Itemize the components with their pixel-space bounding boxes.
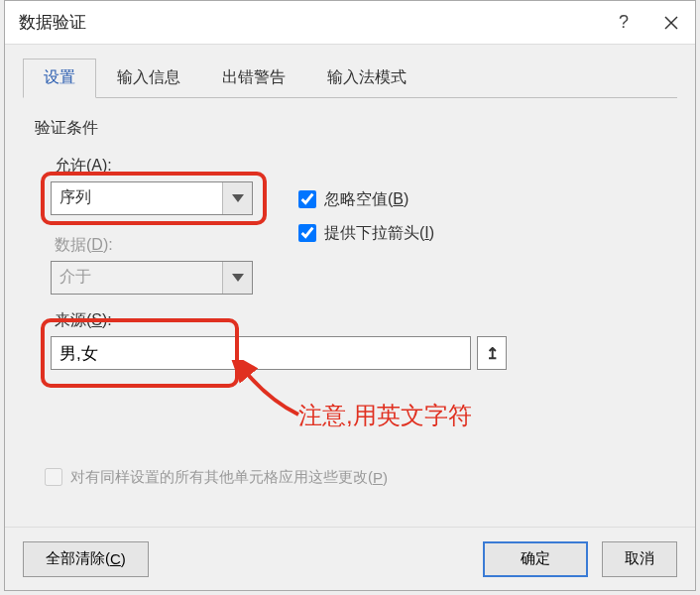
tab-ime-mode[interactable]: 输入法模式 xyxy=(306,59,427,98)
ignore-blank-checkbox[interactable]: 忽略空值(B) xyxy=(294,187,408,211)
data-label: 数据(D): xyxy=(55,235,113,256)
svg-marker-3 xyxy=(232,274,244,282)
collapse-dialog-icon: ↥ xyxy=(486,344,499,363)
close-button[interactable] xyxy=(647,1,695,45)
data-value: 介于 xyxy=(52,262,222,294)
close-icon xyxy=(664,16,678,30)
tab-bar: 设置 输入信息 出错警告 输入法模式 xyxy=(23,59,677,98)
help-button[interactable]: ? xyxy=(600,1,647,45)
apply-to-others-input xyxy=(45,468,62,486)
apply-to-others-checkbox: 对有同样设置的所有其他单元格应用这些更改(P) xyxy=(41,465,388,489)
source-label: 来源(S): xyxy=(55,310,112,331)
source-input[interactable] xyxy=(51,336,471,370)
allow-value: 序列 xyxy=(52,182,222,214)
tab-error-alert[interactable]: 出错警告 xyxy=(201,59,306,98)
dialog-title: 数据验证 xyxy=(19,11,600,34)
tab-input-message[interactable]: 输入信息 xyxy=(96,59,201,98)
range-picker-button[interactable]: ↥ xyxy=(477,336,507,370)
source-field: ↥ xyxy=(51,336,507,370)
allow-dropdown[interactable]: 序列 xyxy=(51,181,253,215)
annotation-text: 注意,用英文字符 xyxy=(298,400,472,431)
chevron-down-icon xyxy=(222,262,252,294)
tab-settings[interactable]: 设置 xyxy=(23,59,96,98)
ignore-blank-input[interactable] xyxy=(298,190,316,208)
ok-button[interactable]: 确定 xyxy=(483,541,588,577)
data-dropdown: 介于 xyxy=(51,261,253,295)
svg-marker-2 xyxy=(232,194,244,202)
in-cell-dropdown-checkbox[interactable]: 提供下拉箭头(I) xyxy=(294,221,434,245)
criteria-label: 验证条件 xyxy=(35,118,98,139)
chevron-down-icon xyxy=(222,182,252,214)
clear-all-button[interactable]: 全部清除(C) xyxy=(23,541,149,577)
allow-label: 允许(A): xyxy=(55,156,112,177)
dialog-body: 设置 输入信息 出错警告 输入法模式 验证条件 允许(A): 序列 忽略空值(B… xyxy=(5,45,695,527)
data-validation-dialog: 数据验证 ? 设置 输入信息 出错警告 输入法模式 验证条件 允许(A): 序列 xyxy=(4,0,696,591)
in-cell-dropdown-input[interactable] xyxy=(298,224,316,242)
cancel-button[interactable]: 取消 xyxy=(602,541,677,577)
dialog-footer: 全部清除(C) 确定 取消 xyxy=(5,527,695,590)
titlebar: 数据验证 ? xyxy=(5,1,695,45)
